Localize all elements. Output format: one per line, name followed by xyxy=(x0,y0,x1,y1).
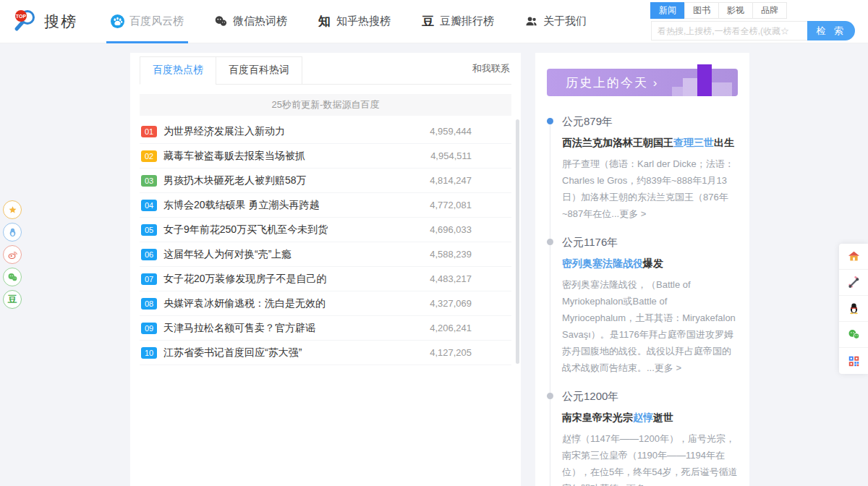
history-today-card: 历史上的今天 › 公元879年 西法兰克加洛林王朝国王查理三世出生 胖子查理（德… xyxy=(535,53,749,486)
list-item-title[interactable]: 藏毒车被盗毒贩去报案当场被抓 xyxy=(163,150,430,163)
favorite-star-icon[interactable] xyxy=(3,200,22,219)
rank-badge: 03 xyxy=(141,175,157,187)
main-nav: 百度风云榜 微信热词榜 知 知乎热搜榜 豆 豆瓣排行榜 关于我们 xyxy=(111,0,587,43)
nav-item-about[interactable]: 关于我们 xyxy=(524,0,587,43)
event-body-text: 胖子查理（德语：Karl der Dicke；法语：Charles le Gro… xyxy=(562,158,734,219)
logo-text: 搜榜 xyxy=(44,12,77,32)
rank-badge: 07 xyxy=(141,273,157,285)
category-tab-books[interactable]: 图书 xyxy=(684,2,719,19)
list-item[interactable]: 04 东博会20载结硕果 勇立潮头再跨越 4,772,081 xyxy=(140,193,511,218)
search-button[interactable]: 检 索 xyxy=(807,21,855,40)
douban-icon: 豆 xyxy=(421,14,435,28)
search-input[interactable] xyxy=(651,21,807,40)
qrcode-icon[interactable] xyxy=(839,348,868,374)
wechat-share-icon[interactable] xyxy=(3,268,22,286)
event-body-text: 密列奥塞法隆战役，（Battle of Myriokephalon或Battle… xyxy=(562,279,736,373)
list-item-title[interactable]: 为世界经济发展注入新动力 xyxy=(163,125,430,138)
phone-icon[interactable] xyxy=(839,270,868,296)
svg-text:TOP: TOP xyxy=(16,14,27,19)
event-body: 密列奥塞法隆战役，（Battle of Myriokephalon或Battle… xyxy=(562,276,738,376)
contact-link[interactable]: 和我联系 xyxy=(472,62,510,75)
timeline-dot xyxy=(547,393,553,399)
list-item-value: 4,959,444 xyxy=(430,126,472,137)
list-item-value: 4,772,081 xyxy=(430,200,472,210)
list-item-value: 4,696,033 xyxy=(430,224,472,235)
nav-label: 百度风云榜 xyxy=(129,14,184,28)
douban-share-icon[interactable]: 豆 xyxy=(3,290,22,309)
event-title: 密列奥塞法隆战役爆发 xyxy=(562,257,738,270)
list-item[interactable]: 10 江苏省委书记首度回应“苏大强” 4,127,205 xyxy=(140,341,511,365)
banner-bar-decoration xyxy=(712,82,732,96)
more-link[interactable]: 更多 > xyxy=(626,483,653,486)
list-item-title[interactable]: 男孩扔木块砸死老人被判赔58万 xyxy=(163,174,430,187)
event-title-text: 逝世 xyxy=(653,412,673,423)
site-logo[interactable]: TOP 搜榜 xyxy=(13,9,77,35)
hot-list: 01 为世界经济发展注入新动力 4,959,444 02 藏毒车被盗毒贩去报案当… xyxy=(140,119,511,365)
list-item[interactable]: 09 天津马拉松名额可售卖？官方辟谣 4,206,241 xyxy=(140,316,511,341)
history-today-banner[interactable]: 历史上的今天 › xyxy=(547,69,738,96)
list-item-title[interactable]: 女子9年前花250万买飞机至今未到货 xyxy=(163,223,430,236)
qq-contact-icon[interactable] xyxy=(839,296,868,322)
list-item-value: 4,127,205 xyxy=(430,347,472,358)
event-body: 胖子查理（德语：Karl der Dicke；法语：Charles le Gro… xyxy=(562,155,738,222)
rank-badge: 06 xyxy=(141,249,157,260)
event-title-text: 南宋皇帝宋光宗 xyxy=(562,412,633,423)
wechat-icon xyxy=(214,14,228,28)
list-item-title[interactable]: 天津马拉松名额可售卖？官方辟谣 xyxy=(163,322,430,335)
rank-badge: 10 xyxy=(141,347,157,359)
list-item[interactable]: 01 为世界经济发展注入新动力 4,959,444 xyxy=(140,119,511,144)
list-item[interactable]: 07 女子花20万装修发现房子不是自己的 4,483,217 xyxy=(140,267,511,291)
list-item-title[interactable]: 这届年轻人为何对换“壳”上瘾 xyxy=(163,248,430,261)
list-item-title[interactable]: 东博会20载结硕果 勇立潮头再跨越 xyxy=(163,199,430,212)
hot-list-card: 百度热点榜 百度百科热词 和我联系 25秒前更新-数据源自百度 01 为世界经济… xyxy=(130,53,521,486)
list-item[interactable]: 06 这届年轻人为何对换“壳”上瘾 4,588,239 xyxy=(140,242,511,267)
list-item[interactable]: 05 女子9年前花250万买飞机至今未到货 4,696,033 xyxy=(140,218,511,242)
event-title-link[interactable]: 查理三世 xyxy=(673,137,714,148)
event-body-text: 赵惇（1147年——1200年），庙号光宗，南宋第三位皇帝（1190年——119… xyxy=(562,433,738,486)
home-icon[interactable] xyxy=(839,244,868,270)
nav-item-baidu[interactable]: 百度风云榜 xyxy=(111,0,184,43)
wechat-contact-icon[interactable] xyxy=(839,322,868,348)
timeline-event: 公元1200年 南宋皇帝宋光宗赵惇逝世 赵惇（1147年——1200年），庙号光… xyxy=(562,390,738,486)
list-item[interactable]: 02 藏毒车被盗毒贩去报案当场被抓 4,954,511 xyxy=(140,144,511,169)
rank-badge: 04 xyxy=(141,200,157,211)
banner-title: 历史上的今天 › xyxy=(566,74,658,91)
timeline-event: 公元879年 西法兰克加洛林王朝国王查理三世出生 胖子查理（德语：Karl de… xyxy=(562,115,738,222)
qq-share-icon[interactable] xyxy=(3,223,22,242)
timeline-dot xyxy=(547,118,553,124)
tab-baidu-hotspot[interactable]: 百度热点榜 xyxy=(140,56,216,85)
event-title-link[interactable]: 赵惇 xyxy=(633,412,653,423)
banner-bar-decoration xyxy=(672,87,683,96)
top-header: TOP 搜榜 百度风云榜 微信热词榜 知 知乎热搜榜 xyxy=(0,0,868,43)
baidu-icon xyxy=(111,14,124,28)
list-item-title[interactable]: 江苏省委书记首度回应“苏大强” xyxy=(163,346,430,359)
tab-baidu-baike[interactable]: 百度百科热词 xyxy=(216,56,302,85)
list-item[interactable]: 03 男孩扔木块砸死老人被判赔58万 4,814,247 xyxy=(140,169,511,193)
nav-label: 豆瓣排行榜 xyxy=(440,14,494,28)
rank-badge: 01 xyxy=(141,126,157,137)
list-item-value: 4,206,241 xyxy=(430,323,472,333)
rank-badge: 05 xyxy=(141,224,157,236)
timeline-dot xyxy=(547,239,553,245)
more-link[interactable]: 更多 > xyxy=(655,362,681,373)
nav-item-douban[interactable]: 豆 豆瓣排行榜 xyxy=(421,0,494,43)
event-title-link[interactable]: 密列奥塞法隆战役 xyxy=(562,257,643,269)
event-year: 公元1176年 xyxy=(562,236,738,250)
weibo-share-icon[interactable] xyxy=(3,245,22,264)
list-item[interactable]: 08 央媒评袁冰妍偷逃税：洗白是无效的 4,327,069 xyxy=(140,291,511,316)
list-scrollbar[interactable] xyxy=(516,119,519,364)
nav-label: 知乎热搜榜 xyxy=(336,14,391,28)
category-tab-movies[interactable]: 影视 xyxy=(718,2,753,19)
category-tab-news[interactable]: 新闻 xyxy=(650,2,685,19)
more-link[interactable]: 更多 > xyxy=(619,208,646,219)
list-item-title[interactable]: 央媒评袁冰妍偷逃税：洗白是无效的 xyxy=(163,297,430,310)
list-item-value: 4,327,069 xyxy=(430,298,472,309)
nav-item-wechat[interactable]: 微信热词榜 xyxy=(214,0,287,43)
list-item-title[interactable]: 女子花20万装修发现房子不是自己的 xyxy=(163,273,430,286)
event-title: 南宋皇帝宋光宗赵惇逝世 xyxy=(562,411,738,425)
update-notice: 25秒前更新-数据源自百度 xyxy=(140,94,511,116)
list-item-value: 4,814,247 xyxy=(430,175,472,186)
nav-item-zhihu[interactable]: 知 知乎热搜榜 xyxy=(318,0,391,43)
category-tab-brands[interactable]: 品牌 xyxy=(752,2,787,19)
nav-label: 微信热词榜 xyxy=(233,14,287,28)
